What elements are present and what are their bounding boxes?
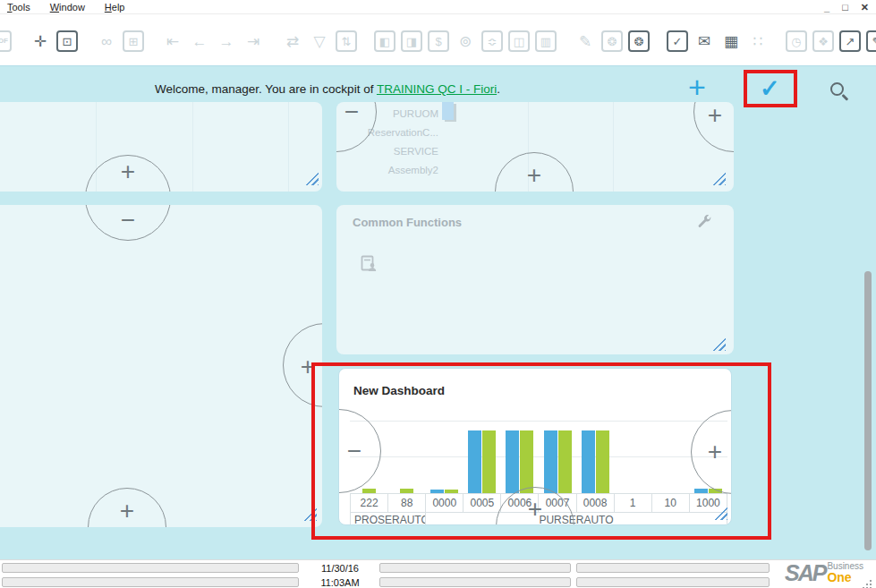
document-payment-icon: $ [428,30,449,52]
report-designer-icon[interactable]: ✎ [866,30,876,52]
status-bar: 11/30/16 11:03AM SAP Business One [0,559,876,588]
edit-icon: ✎ [574,30,597,53]
window-controls: _ □ ✕ [824,1,869,13]
mini-bar [442,102,454,120]
calendar-icon[interactable]: ▦ [719,30,743,53]
toolbar: PDF✛⊡∞⊞⇤←→⇥⇄▽⇅◧◨$⊚≎◫▥✎❂❂✓✉▦∷◷❖↗✎? [0,30,876,53]
menu-tools[interactable]: Tools [7,2,30,13]
widget-resize-handle[interactable] [304,171,319,185]
zoom-in-button[interactable]: + [121,159,135,184]
zoom-in-button[interactable]: + [527,163,541,188]
zoom-out-button[interactable]: − [121,208,135,233]
application-window: Tools Window Help _ □ ✕ PDF✛⊡∞⊞⇤←→⇥⇄▽⇅◧◨… [0,0,876,588]
zoom-in-button[interactable]: + [708,103,722,128]
axis-label: Assembly2 [336,161,438,180]
welcome-suffix: . [497,82,500,96]
payment-means-icon: ⊚ [454,30,477,53]
first-record-icon: ⇤ [161,30,184,53]
checklist-reminder-icon[interactable]: ✓ [667,30,688,52]
toolbar-container: PDF✛⊡∞⊞⇤←→⇥⇄▽⇅◧◨$⊚≎◫▥✎❂❂✓✉▦∷◷❖↗✎? [0,14,876,65]
pdf-export-icon: PDF [0,30,12,52]
transaction-dollar-icon: ◫ [508,30,530,52]
zoom-in-button[interactable]: + [120,499,134,524]
sort-icon: ⇅ [336,30,357,52]
menu-window[interactable]: Window [50,2,85,13]
find-icon: ∞ [95,30,118,53]
cockpit-link[interactable]: TRAINING QC I - Fiori [377,82,497,96]
add-record-icon: ⊞ [123,30,144,52]
document-person-icon[interactable] [361,255,378,272]
pervasive-analytics-icon[interactable]: ↗ [839,30,861,52]
journal-entry-icon: ≎ [481,30,503,52]
widget-common-functions: Common Functions [336,205,734,354]
minimize-icon[interactable]: _ [824,1,829,13]
last-record-icon: ⇥ [242,30,265,53]
welcome-message: Welcome, manager. You are in cockpit of … [155,82,500,96]
add-widget-button[interactable]: + [688,72,706,102]
next-record-icon: → [215,30,238,53]
menu-help[interactable]: Help [105,2,125,13]
move-pan-icon[interactable]: ✛ [29,30,52,53]
vertical-scrollbar-thumb[interactable] [864,271,872,550]
document-out-icon: ◨ [401,30,422,52]
sap-logo-text: SAP [785,562,825,584]
status-field [379,577,571,587]
modules-icon: ❖ [812,30,834,52]
form-clock-icon: ◷ [786,30,807,52]
close-icon[interactable]: ✕ [861,1,869,13]
widget-settings-wrench-icon[interactable] [696,214,712,230]
widget-resize-handle[interactable] [711,171,726,185]
widget-top-left: + [0,102,322,192]
window-resize-grip[interactable] [870,580,872,582]
form-settings-icon[interactable]: ❂ [628,30,650,52]
widget-resize-handle[interactable] [711,337,726,351]
message-alert-icon[interactable]: ✉ [693,30,716,53]
status-date: 11/30/16 [304,563,376,574]
widget-left-large: − + + [0,205,322,527]
sap-business-one-logo: SAP Business One [785,562,863,584]
refresh-icon: ⇄ [281,30,304,53]
grid-separator [613,102,614,192]
status-field [576,577,770,587]
menu-bar: Tools Window Help _ □ ✕ [0,0,876,14]
widget-title: Common Functions [353,216,462,229]
logo-one-text: One [827,571,863,584]
previous-record-icon: ← [188,30,211,53]
welcome-text: Welcome, manager. You are in cockpit of [155,82,377,96]
status-field [379,563,571,573]
maximize-icon[interactable]: □ [842,1,848,13]
annotation-rectangle-dashboard [311,362,771,540]
status-field [2,563,299,573]
lock-screen-icon[interactable]: ⊡ [56,30,78,52]
document-in-icon: ◧ [374,30,395,52]
filter-icon: ▽ [308,30,331,53]
widget-top-middle: PURUOMReservationC...SERVICEAssembly2 − … [336,102,734,192]
search-icon[interactable] [830,82,844,96]
grid-separator [192,102,193,192]
status-field [576,563,770,573]
zoom-out-button[interactable]: − [344,102,359,124]
status-time: 11:03AM [304,577,376,588]
grid-separator [288,102,289,192]
form-gear-settings-icon: ❂ [601,30,623,52]
annotation-rectangle-confirm [744,70,797,107]
status-field [2,577,299,587]
org-chart-icon: ∷ [746,30,770,53]
transaction-search-icon: ▥ [535,30,557,52]
